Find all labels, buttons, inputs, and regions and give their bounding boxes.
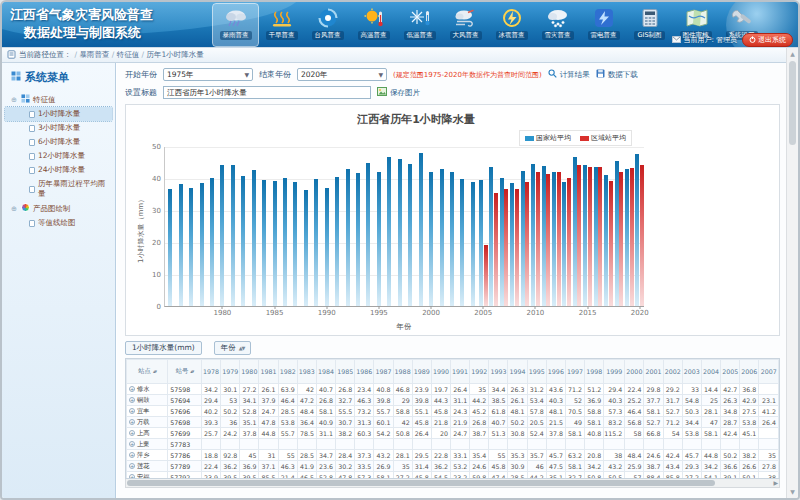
- table-row: +铜鼓5769429.45334.137.946.447.226.832.746…: [127, 395, 779, 406]
- tree-leaf-12小时降水量[interactable]: 12小时降水量: [5, 149, 112, 163]
- col-header-year-1980[interactable]: 1980: [240, 360, 259, 384]
- bar-regional-2012: [557, 172, 561, 306]
- vertical-scrollbar[interactable]: ▲ ▼: [786, 48, 798, 498]
- value-cell: 57.8: [527, 406, 546, 417]
- col-header-year-1998[interactable]: 1998: [585, 360, 604, 384]
- end-year-select[interactable]: 2020年▼: [297, 68, 387, 81]
- col-header-year-1993[interactable]: 1993: [489, 360, 508, 384]
- breadcrumb-segment[interactable]: 历年1小时降水量: [147, 50, 204, 59]
- calc-result-button[interactable]: 计算结果: [548, 69, 590, 80]
- save-image-button[interactable]: 保存图片: [377, 87, 420, 98]
- col-header-year-2002[interactable]: 2002: [663, 360, 682, 384]
- col-header-station[interactable]: 站点 ▴▾: [127, 360, 168, 384]
- tree-node-产品图绘制[interactable]: ⊕产品图绘制: [5, 201, 112, 216]
- value-cell: 39.8: [412, 395, 431, 406]
- tree-leaf-3小时降水量[interactable]: 3小时降水量: [5, 121, 112, 135]
- col-header-year-1987[interactable]: 1987: [374, 360, 393, 384]
- tree-expand-icon[interactable]: ⊕: [11, 96, 18, 104]
- toolbar-item-cold[interactable]: 低温普查: [397, 4, 442, 46]
- tree-leaf-等值线绘图[interactable]: 等值线绘图: [5, 216, 112, 230]
- toolbar-item-heat[interactable]: 高温普查: [351, 4, 396, 46]
- expand-row-icon[interactable]: +: [129, 397, 135, 403]
- toolbar-item-hail[interactable]: 冰雹普查: [489, 4, 534, 46]
- breadcrumb-segment[interactable]: 特征值: [117, 50, 140, 59]
- col-header-year-1979[interactable]: 1979: [221, 360, 240, 384]
- col-header-year-2004[interactable]: 2004: [701, 360, 720, 384]
- metric-selector[interactable]: 1小时降水量(mm): [125, 341, 202, 355]
- filter-row-title: 设置标题 江西省历年1小时降水量 保存图片: [125, 85, 780, 100]
- value-cell: 53.4: [527, 395, 546, 406]
- col-header-year-1989[interactable]: 1989: [412, 360, 431, 384]
- col-header-year-1985[interactable]: 1985: [336, 360, 355, 384]
- col-header-year-1978[interactable]: 1978: [201, 360, 220, 384]
- col-header-year-1995[interactable]: 1995: [527, 360, 546, 384]
- start-year-select[interactable]: 1975年▼: [163, 68, 253, 81]
- horizontal-scrollbar-thumb[interactable]: [127, 480, 715, 486]
- col-header-year-1999[interactable]: 1999: [604, 360, 625, 384]
- breadcrumb-segment[interactable]: 暴雨普查: [79, 50, 109, 59]
- vertical-scrollbar-thumb[interactable]: [789, 61, 796, 145]
- tree-leaf-1小时降水量[interactable]: 1小时降水量: [5, 107, 112, 121]
- col-header-year-1988[interactable]: 1988: [393, 360, 412, 384]
- value-cell: [644, 439, 663, 450]
- toolbar-item-drought[interactable]: 干旱普查: [259, 4, 304, 46]
- col-header-year-1994[interactable]: 1994: [508, 360, 527, 384]
- horizontal-scrollbar[interactable]: ▶: [125, 479, 780, 488]
- col-header-year-1992[interactable]: 1992: [470, 360, 489, 384]
- toolbar-item-calculator[interactable]: GIS制图: [627, 4, 672, 46]
- tree-leaf-24小时降水量[interactable]: 24小时降水量: [5, 163, 112, 177]
- col-header-year-1990[interactable]: 1990: [431, 360, 450, 384]
- col-header-year-2007[interactable]: 2007: [759, 360, 779, 384]
- col-header-year-1984[interactable]: 1984: [316, 360, 335, 384]
- bar-national-1975: [168, 189, 172, 306]
- col-header-year-2001[interactable]: 2001: [644, 360, 663, 384]
- value-cell: 39.8: [374, 395, 393, 406]
- value-cell: 25.2: [625, 395, 644, 406]
- toolbar-item-typhoon[interactable]: 台风普查: [305, 4, 350, 46]
- col-header-year-2005[interactable]: 2005: [721, 360, 740, 384]
- legend-item-区域站平均[interactable]: 区域站平均: [580, 133, 626, 143]
- expand-row-icon[interactable]: +: [129, 430, 135, 436]
- scroll-up-arrow-icon[interactable]: ▲: [787, 49, 798, 59]
- value-cell: 88.4: [644, 472, 663, 480]
- tree-leaf-6小时降水量[interactable]: 6小时降水量: [5, 135, 112, 149]
- col-header-year-1981[interactable]: 1981: [259, 360, 278, 384]
- toolbar-item-snow[interactable]: 雪灾普查: [535, 4, 580, 46]
- download-icon: [596, 69, 605, 80]
- legend-item-国家站平均[interactable]: 国家站平均: [525, 133, 571, 143]
- bar-national-2003: [460, 179, 464, 306]
- expand-row-icon[interactable]: +: [129, 408, 135, 414]
- tree-node-特征值[interactable]: ⊕特征值: [5, 92, 112, 107]
- value-cell: [489, 439, 508, 450]
- chart-title-input[interactable]: 江西省历年1小时降水量: [163, 86, 371, 99]
- col-header-year-2006[interactable]: 2006: [740, 360, 759, 384]
- col-header-year-1997[interactable]: 1997: [565, 360, 584, 384]
- expand-row-icon[interactable]: +: [129, 441, 135, 447]
- calculator-icon: [635, 6, 665, 30]
- download-data-button[interactable]: 数据下载: [596, 69, 638, 80]
- toolbar-item-wind[interactable]: 大风普查: [443, 4, 488, 46]
- col-header-year-1986[interactable]: 1986: [355, 360, 374, 384]
- expand-row-icon[interactable]: +: [129, 452, 135, 458]
- col-header-year-1991[interactable]: 1991: [451, 360, 470, 384]
- expand-row-icon[interactable]: +: [129, 419, 135, 425]
- sort-arrows-icon: ▴▾: [153, 368, 156, 374]
- expand-row-icon[interactable]: +: [129, 386, 135, 392]
- scroll-right-arrow-icon[interactable]: ▶: [773, 479, 778, 487]
- sort-by-year-control[interactable]: 年份▲▼: [214, 341, 252, 355]
- col-header-year-1996[interactable]: 1996: [546, 360, 565, 384]
- col-header-station-id[interactable]: 站号 ▴▾: [168, 360, 202, 384]
- value-cell: 63.9: [278, 384, 297, 395]
- col-header-year-1982[interactable]: 1982: [278, 360, 297, 384]
- tree-leaf-历年暴雨过程平均雨量[interactable]: 历年暴雨过程平均雨量: [5, 177, 112, 201]
- toolbar-item-lightning[interactable]: 雷电普查: [581, 4, 626, 46]
- logout-button[interactable]: 退出系统: [742, 33, 793, 47]
- toolbar-item-rainstorm[interactable]: 暴雨普查: [213, 4, 258, 46]
- col-header-year-2003[interactable]: 2003: [682, 360, 701, 384]
- col-header-year-1983[interactable]: 1983: [297, 360, 316, 384]
- expand-row-icon[interactable]: +: [129, 463, 135, 469]
- scroll-down-arrow-icon[interactable]: ▼: [787, 487, 798, 497]
- x-tick-label: 2010: [527, 309, 545, 317]
- tree-expand-icon[interactable]: ⊕: [11, 205, 18, 213]
- col-header-year-2000[interactable]: 2000: [625, 360, 644, 384]
